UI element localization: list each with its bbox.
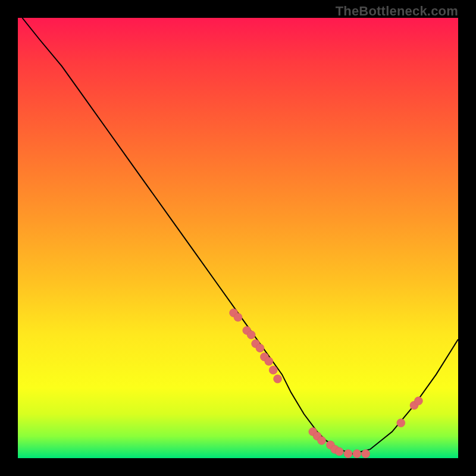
data-point: [362, 450, 370, 458]
data-point: [414, 397, 422, 405]
data-point: [318, 436, 326, 444]
data-point: [247, 331, 255, 339]
data-point: [353, 450, 361, 458]
chart-svg: [18, 18, 458, 458]
data-point: [234, 313, 242, 321]
data-point: [335, 447, 343, 456]
data-points: [230, 309, 423, 458]
bottleneck-curve: [22, 18, 458, 454]
data-point: [265, 357, 273, 365]
data-point: [344, 450, 352, 458]
data-point: [269, 366, 277, 374]
data-point: [397, 419, 405, 427]
plot-area: [18, 18, 458, 458]
watermark-text: TheBottleneck.com: [336, 4, 458, 19]
data-point: [256, 344, 264, 352]
data-point: [274, 375, 282, 383]
